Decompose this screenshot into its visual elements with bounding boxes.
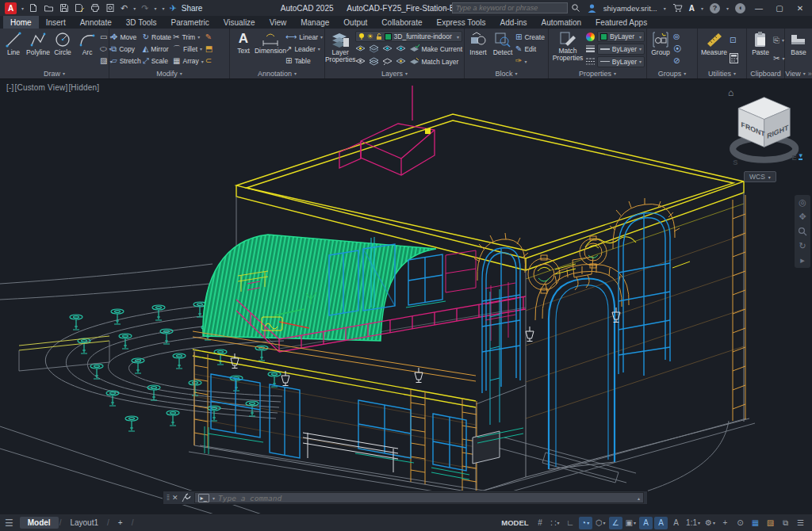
cart-icon[interactable]	[672, 3, 683, 13]
group-selection-button[interactable]: ⊘	[673, 55, 681, 67]
layer-dropdown[interactable]: ☀ 3D_furniture-indoor ▾	[355, 31, 463, 42]
snap-toggle[interactable]: ⸬▾	[549, 517, 562, 529]
edit-block-button[interactable]: ✎Edit	[515, 43, 545, 55]
layer-off-icon[interactable]	[355, 44, 366, 53]
customize-statusbar-button[interactable]: ☰	[794, 517, 807, 529]
panel-label-groups[interactable]: Groups▾	[647, 68, 697, 78]
save-icon[interactable]	[59, 3, 69, 13]
object-snap-toggle[interactable]: ▣▾	[624, 517, 638, 529]
fillet-button[interactable]: ⌒Fillet▾	[173, 43, 204, 55]
panel-label-modify[interactable]: Modify▾	[109, 68, 229, 78]
search-icon[interactable]	[571, 3, 580, 13]
isolate-objects-button[interactable]: ⊙	[733, 517, 747, 529]
grid-toggle[interactable]: #	[534, 517, 547, 529]
open-folder-icon[interactable]	[44, 3, 54, 13]
layout1-tab[interactable]: Layout1	[62, 517, 106, 529]
attributes-button[interactable]: ✑▾	[515, 55, 545, 67]
tab-collaborate[interactable]: Collaborate	[374, 16, 429, 29]
close-button[interactable]: ✕	[793, 4, 807, 13]
copy-clip-button[interactable]: ⎘▾	[773, 34, 784, 46]
object-color-dropdown[interactable]: ByLayer▾	[597, 31, 645, 42]
create-block-button[interactable]: ⊞Create	[515, 31, 545, 43]
viewport-menu-control[interactable]: [-]	[6, 83, 14, 92]
tab-express-tools[interactable]: Express Tools	[430, 16, 493, 29]
insert-block-button[interactable]: Insert	[466, 30, 490, 68]
tab-output[interactable]: Output	[336, 16, 374, 29]
tab-home[interactable]: Home	[3, 16, 39, 29]
layer-lock-icon[interactable]	[396, 44, 406, 53]
autoscale-toggle[interactable]: A	[654, 517, 668, 529]
tab-insert[interactable]: Insert	[39, 16, 73, 29]
plot-icon[interactable]	[90, 3, 100, 13]
layer-match-icon[interactable]	[369, 57, 379, 66]
ribbon-overflow[interactable]: »	[808, 70, 812, 78]
ungroup-button[interactable]: ⦾	[673, 31, 681, 43]
share-button[interactable]: Share	[182, 4, 203, 13]
print-preview-icon[interactable]	[105, 3, 115, 13]
arc-button[interactable]: Arc	[75, 30, 99, 68]
layer-prev-icon[interactable]	[382, 57, 393, 66]
viewcube-cube[interactable]: FRONT RIGHT S E	[726, 94, 806, 173]
full-navigation-wheel-icon[interactable]: ◎	[799, 198, 806, 207]
share-plane-icon[interactable]: ✈	[170, 3, 177, 13]
scale-button[interactable]: ⤢Scale	[143, 55, 171, 67]
trim-button[interactable]: ✂Trim▾	[173, 31, 204, 43]
tab-automation[interactable]: Automation	[534, 16, 589, 29]
isodraft-toggle[interactable]: ⬡▾	[594, 517, 607, 529]
account-caret-icon[interactable]: ▾	[664, 6, 666, 11]
quick-calc-button[interactable]	[730, 52, 738, 64]
annotation-scale-button[interactable]: A	[669, 517, 683, 529]
command-prompt-icon[interactable]: ▸_	[198, 494, 209, 502]
measure-button[interactable]: Measure	[699, 30, 729, 68]
panel-label-properties[interactable]: Properties▾	[549, 68, 646, 78]
ortho-toggle[interactable]: ∟	[564, 517, 577, 529]
command-grip-handle[interactable]: ⁞⁞	[167, 494, 169, 502]
user-avatar-icon[interactable]	[587, 3, 597, 13]
pan-icon[interactable]: ✥	[799, 212, 806, 221]
erase-button[interactable]: ✎	[205, 31, 213, 43]
search-input[interactable]	[452, 2, 568, 13]
layout-menu-icon[interactable]: ☰	[5, 518, 13, 529]
autodesk-apps-button[interactable]: A	[689, 4, 695, 13]
tab-featured-apps[interactable]: Featured Apps	[588, 16, 654, 29]
tab-annotate[interactable]: Annotate	[73, 16, 119, 29]
redo-icon[interactable]: ↷	[141, 3, 148, 13]
undo-caret-icon[interactable]: ▾	[133, 6, 136, 11]
workspace-switching-button[interactable]: ⚙▾	[703, 517, 717, 529]
rotate-button[interactable]: ↻Rotate	[143, 31, 171, 43]
zoom-icon[interactable]	[798, 227, 807, 236]
qat-customize-caret-icon[interactable]: ▾	[162, 6, 164, 11]
panel-label-layers[interactable]: Layers▾	[325, 68, 464, 78]
array-button[interactable]: ▦Array▾	[173, 55, 204, 67]
polyline-button[interactable]: Polyline	[26, 30, 50, 68]
join-button[interactable]: ⊂	[205, 55, 213, 67]
clean-screen-button[interactable]: ⧉	[779, 517, 792, 529]
new-layout-button[interactable]: +	[110, 517, 131, 529]
tab-add-ins[interactable]: Add-ins	[493, 16, 534, 29]
tab-visualize[interactable]: Visualize	[216, 16, 262, 29]
hardware-acceleration-button[interactable]: ▨	[764, 517, 777, 529]
polar-tracking-toggle[interactable]: ◔▾	[579, 517, 592, 529]
command-customize-wrench-icon[interactable]	[182, 493, 191, 502]
panel-label-draw[interactable]: Draw▾	[0, 68, 109, 78]
move-button[interactable]: ✥Move	[111, 31, 141, 43]
match-properties-button[interactable]: Match Properties	[550, 30, 585, 68]
tab-parametric[interactable]: Parametric	[163, 16, 216, 29]
panel-label-block[interactable]: Block▾	[465, 68, 548, 78]
line-button[interactable]: Line	[2, 30, 25, 68]
viewcube-east-label[interactable]: E	[792, 154, 797, 162]
search-expand-icon[interactable]: ▸	[442, 5, 446, 11]
layer-isolate-icon[interactable]	[369, 44, 379, 53]
recent-commands-caret-icon[interactable]: ▾	[213, 495, 215, 501]
command-input[interactable]	[218, 494, 634, 502]
match-layer-button[interactable]: Match Layer	[409, 55, 459, 67]
panel-label-clipboard[interactable]: Clipboard	[747, 68, 784, 78]
layer-freeze-icon[interactable]	[382, 44, 393, 53]
help-caret-icon[interactable]: ▾	[726, 6, 729, 11]
tab-manage[interactable]: Manage	[293, 16, 336, 29]
layer-properties-button[interactable]: Layer Properties	[327, 30, 354, 68]
panel-label-view[interactable]: View▾»	[785, 68, 812, 78]
panel-label-annotation[interactable]: Annotation▾	[230, 68, 324, 78]
wcs-button[interactable]: WCS▾	[744, 171, 776, 182]
new-file-icon[interactable]	[29, 3, 38, 13]
